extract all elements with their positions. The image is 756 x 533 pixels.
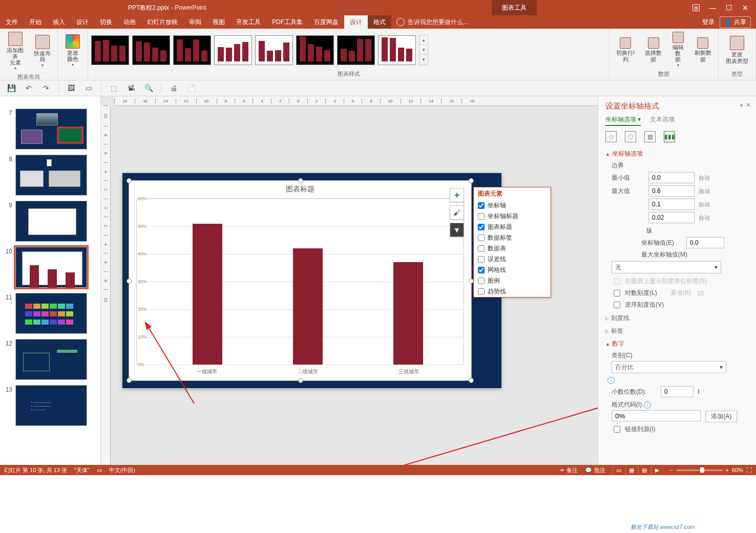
undo-button[interactable]: ↶: [24, 83, 34, 93]
chart-style-3[interactable]: [173, 35, 211, 65]
menu-tab-9[interactable]: 开发工具: [230, 15, 266, 29]
pane-icon-fill[interactable]: ◇: [605, 131, 617, 142]
chart-style-5[interactable]: [255, 35, 293, 65]
flyout-item-8[interactable]: 趋势线: [474, 286, 551, 297]
qat-tool-6[interactable]: 🖨: [169, 83, 179, 93]
minimize-button[interactable]: —: [709, 4, 716, 11]
chart-style-gallery[interactable]: [91, 35, 416, 65]
menu-tab-5[interactable]: 动画: [118, 15, 141, 29]
chart-styles-button[interactable]: 🖌: [450, 205, 464, 220]
slide-thumb-12[interactable]: [15, 339, 87, 380]
flyout-checkbox-8[interactable]: [478, 288, 485, 295]
qat-tool-2[interactable]: ▭: [83, 83, 94, 93]
tellme-text[interactable]: 告诉我您想要做什么...: [408, 18, 468, 27]
slideshow-view-button[interactable]: ▶: [651, 466, 663, 474]
menu-tab-6[interactable]: 幻灯片放映: [141, 15, 183, 29]
qat-tool-5[interactable]: 🔍: [143, 83, 154, 93]
flyout-item-5[interactable]: 误差线: [474, 254, 551, 265]
change-colors-button[interactable]: 更改 颜色▾: [64, 33, 82, 69]
switch-row-col-button[interactable]: 切换行/列: [613, 36, 638, 63]
sorter-view-button[interactable]: ▦: [625, 466, 637, 474]
chart-object[interactable]: 图表标题 0%10%20%30%40%50%60% 一线城市二线城市三线城市 +…: [129, 180, 472, 381]
qat-tool-3[interactable]: ⬚: [109, 83, 119, 93]
ribbon-display-options-button[interactable]: ⊞: [692, 4, 700, 11]
format-code-input[interactable]: [612, 410, 701, 421]
flyout-item-1[interactable]: 坐标轴标题: [474, 211, 551, 222]
redo-button[interactable]: ↷: [41, 83, 51, 93]
number-category-select[interactable]: 百分比▾: [612, 361, 726, 373]
flyout-checkbox-1[interactable]: [478, 213, 485, 220]
zoom-in-button[interactable]: +: [726, 467, 729, 473]
share-button[interactable]: 👤共享: [720, 16, 751, 28]
flyout-checkbox-5[interactable]: [478, 256, 485, 263]
axis-value-input[interactable]: [686, 237, 724, 248]
qat-tool-1[interactable]: 🖼: [66, 83, 76, 93]
bar-0[interactable]: [193, 224, 222, 365]
pane-close-button[interactable]: ✕: [746, 101, 751, 109]
notes-button[interactable]: ≐ 备注: [560, 466, 578, 474]
quick-layout-button[interactable]: 快速布局▾: [30, 34, 54, 69]
chart-style-7[interactable]: [337, 35, 375, 65]
pane-icon-axis[interactable]: ▮▮▮: [664, 131, 675, 142]
slide-thumb-10[interactable]: [15, 247, 87, 288]
save-button[interactable]: 💾: [6, 83, 16, 93]
bar-2[interactable]: [393, 262, 423, 365]
qat-tool-4[interactable]: 📽: [126, 83, 136, 93]
flyout-item-7[interactable]: 图例: [474, 275, 551, 286]
pane-icon-size[interactable]: ▦: [644, 131, 656, 142]
section-ticks[interactable]: ▷刻度线: [605, 314, 749, 323]
language-status[interactable]: 中文(中国): [109, 466, 135, 474]
section-labels[interactable]: ▷标签: [605, 327, 749, 335]
flyout-checkbox-3[interactable]: [478, 234, 485, 241]
slide-thumb-11[interactable]: [15, 293, 87, 334]
format-info-icon[interactable]: i: [644, 401, 651, 409]
qat-tool-7[interactable]: 📄: [186, 83, 196, 93]
pane-options-icon[interactable]: ▾: [740, 102, 743, 108]
menu-tab-7[interactable]: 审阅: [183, 15, 207, 29]
pane-tab-text-options[interactable]: 文本选项: [650, 115, 675, 126]
decimals-input[interactable]: [661, 386, 694, 397]
flyout-checkbox-7[interactable]: [478, 278, 485, 284]
section-axis-options[interactable]: ▲坐标轴选项: [605, 150, 749, 158]
flyout-checkbox-6[interactable]: [478, 267, 485, 273]
chart-style-8[interactable]: [378, 35, 416, 65]
chart-filters-button[interactable]: ▼: [450, 223, 464, 237]
max-input[interactable]: [648, 185, 695, 197]
link-to-source-checkbox[interactable]: [614, 426, 620, 433]
plot-area[interactable]: 0%10%20%30%40%50%60%: [136, 198, 464, 365]
slide-thumb-7[interactable]: [15, 109, 87, 150]
add-format-button[interactable]: 添加(A): [705, 411, 737, 422]
minor-unit-input[interactable]: [648, 212, 695, 223]
section-number[interactable]: ▲数字: [605, 339, 749, 348]
edit-data-button[interactable]: 编辑数 据▾: [668, 31, 687, 69]
login-link[interactable]: 登录: [702, 18, 715, 27]
menu-tab-1[interactable]: 开始: [24, 15, 47, 29]
bar-1[interactable]: [293, 248, 323, 365]
slide-canvas[interactable]: 图表标题 0%10%20%30%40%50%60% 一线城市二线城市三线城市 +…: [122, 173, 501, 388]
add-chart-element-button[interactable]: 添加图表 元素▾: [3, 31, 27, 72]
chart-style-2[interactable]: [132, 35, 170, 65]
menu-tab-10[interactable]: PDF工具集: [266, 15, 308, 29]
zoom-level[interactable]: 60%: [732, 467, 743, 473]
zoom-slider[interactable]: [677, 470, 723, 471]
spell-check-icon[interactable]: ▭: [97, 467, 102, 474]
chart-style-4[interactable]: [214, 35, 252, 65]
menu-tab-13[interactable]: 格式: [368, 15, 391, 29]
menu-tab-4[interactable]: 切换: [94, 15, 118, 29]
close-button[interactable]: ✕: [742, 4, 749, 11]
maximize-button[interactable]: ☐: [725, 4, 732, 11]
slide-thumb-8[interactable]: [15, 155, 87, 196]
major-unit-input[interactable]: [648, 199, 695, 210]
pane-icon-effects[interactable]: ⬠: [625, 131, 636, 142]
flyout-checkbox-4[interactable]: [478, 245, 485, 252]
menu-tab-3[interactable]: 设计: [71, 15, 94, 29]
slide-thumb-9[interactable]: [15, 201, 87, 242]
fit-to-window-button[interactable]: ⛶: [746, 467, 752, 473]
chart-title[interactable]: 图表标题: [129, 181, 471, 198]
reverse-order-checkbox[interactable]: [614, 302, 620, 308]
comments-button[interactable]: 💬 批注: [585, 466, 605, 474]
flyout-item-4[interactable]: 数据表: [474, 243, 551, 254]
chart-style-6[interactable]: [296, 35, 334, 65]
style-gallery-scroll[interactable]: ▴▾▾: [419, 35, 428, 66]
flyout-checkbox-0[interactable]: [478, 202, 485, 209]
